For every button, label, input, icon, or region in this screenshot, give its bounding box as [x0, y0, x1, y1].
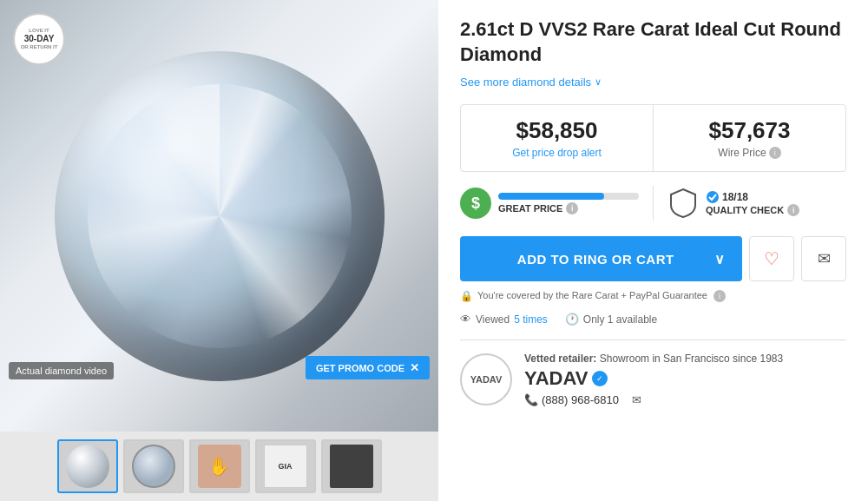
- thumbnail-4[interactable]: GIA: [255, 439, 316, 493]
- viewed-count-link[interactable]: 5 times: [514, 313, 548, 326]
- guarantee-row: 🔒 You're covered by the Rare Carat + Pay…: [460, 290, 846, 302]
- quality-score-row: 18/18: [706, 190, 799, 204]
- dollar-icon: $: [460, 188, 491, 219]
- add-to-cart-row: ADD TO RING OR CART ∨ ♡ ✉: [460, 236, 846, 281]
- vetted-checkmark-icon: ✓: [592, 371, 608, 386]
- great-price-info-icon[interactable]: i: [566, 202, 578, 214]
- badge-love-text: LOVE IT: [29, 28, 49, 34]
- quality-badges-row: $ GREAT PRICE i: [460, 186, 846, 221]
- retailer-info: Vetted retailer: Showroom in San Francis…: [524, 353, 846, 406]
- quality-info-icon[interactable]: i: [787, 204, 799, 216]
- thumbnail-5[interactable]: [321, 439, 382, 493]
- wire-price: $57,673: [667, 117, 832, 144]
- badge-divider: [653, 186, 654, 221]
- great-price-badge: $ GREAT PRICE i: [460, 188, 639, 219]
- checkmark-icon: [706, 190, 720, 204]
- promo-code-label: GET PROMO CODE: [316, 363, 404, 373]
- add-to-cart-label: ADD TO RING OR CART: [477, 252, 714, 267]
- price-bar-container: GREAT PRICE i: [498, 193, 639, 214]
- quality-check-badge: 18/18 QUALITY CHECK i: [667, 188, 846, 219]
- price-bar-track: [498, 193, 639, 200]
- viewed-label: Viewed: [476, 313, 510, 326]
- product-image-panel: LOVE IT 30-DAY OR RETURN IT Actual diamo…: [0, 0, 438, 501]
- thumbnail-1[interactable]: [57, 439, 118, 493]
- product-title: 2.61ct D VVS2 Rare Carat Ideal Cut Round…: [460, 17, 846, 67]
- product-details-panel: 2.61ct D VVS2 Rare Carat Ideal Cut Round…: [438, 0, 868, 501]
- price-drop-link[interactable]: Get price drop alert: [475, 147, 639, 159]
- thumb-circle-img: [66, 445, 109, 488]
- retailer-phone: (888) 968-6810: [542, 393, 619, 406]
- phone-icon: 📞: [524, 393, 538, 406]
- clock-icon: 🕐: [565, 313, 579, 326]
- diamond-visual: [55, 51, 385, 381]
- retailer-logo: YADAV: [460, 353, 512, 405]
- quality-info: 18/18 QUALITY CHECK i: [706, 190, 799, 216]
- actual-video-label: Actual diamond video: [9, 362, 114, 379]
- wire-price-info-icon[interactable]: i: [769, 147, 781, 159]
- svg-point-0: [707, 191, 719, 203]
- retailer-phone-link[interactable]: 📞 (888) 968-6810: [524, 393, 619, 406]
- email-icon: ✉: [818, 249, 831, 268]
- thumbnail-2[interactable]: [123, 439, 184, 493]
- eye-icon: 👁: [460, 313, 471, 326]
- promo-code-button[interactable]: GET PROMO CODE ✕: [306, 356, 430, 379]
- thumb-gia-img: GIA: [264, 445, 307, 488]
- thumb-box-img: [330, 445, 373, 488]
- price-section: $58,850 Get price drop alert $57,673 Wir…: [460, 104, 846, 172]
- diamond-image-container: LOVE IT 30-DAY OR RETURN IT Actual diamo…: [0, 0, 438, 432]
- wire-price-box: $57,673 Wire Price i: [654, 105, 845, 171]
- badge-days-text: 30-DAY: [24, 34, 55, 44]
- price-bar-fill: [498, 193, 604, 200]
- see-more-details-link[interactable]: See more diamond details ∨: [460, 76, 846, 89]
- retailer-name: YADAV: [524, 367, 588, 390]
- cart-dropdown-icon: ∨: [714, 251, 726, 267]
- main-price-box: $58,850 Get price drop alert: [461, 105, 654, 171]
- add-to-cart-button[interactable]: ADD TO RING OR CART ∨: [460, 236, 742, 281]
- lock-icon: 🔒: [460, 290, 473, 302]
- promo-close-icon: ✕: [410, 361, 419, 374]
- thumbnail-strip: ✋ GIA: [0, 432, 438, 501]
- email-button[interactable]: ✉: [801, 236, 846, 281]
- availability-item: 🕐 Only 1 available: [565, 313, 657, 326]
- thumbnail-3[interactable]: ✋: [189, 439, 250, 493]
- main-price: $58,850: [475, 117, 639, 144]
- vetted-desc: Showroom in San Francisco since 1983: [600, 353, 783, 365]
- views-availability-row: 👁 Viewed 5 times 🕐 Only 1 available: [460, 313, 846, 326]
- guarantee-label: You're covered by the Rare Carat + PayPa…: [477, 290, 726, 302]
- available-label: Only 1 available: [583, 313, 657, 326]
- quality-check-label: QUALITY CHECK i: [706, 204, 799, 216]
- 30-day-returns-badge: LOVE IT 30-DAY OR RETURN IT: [13, 13, 65, 65]
- badge-returns-text: OR RETURN IT: [21, 44, 58, 50]
- quality-score-value: 18/18: [722, 191, 748, 203]
- thumb-hand-img: ✋: [198, 445, 241, 488]
- retailer-name-row: YADAV ✓: [524, 367, 846, 390]
- retailer-contact: 📞 (888) 968-6810 ✉: [524, 393, 846, 406]
- guarantee-info-icon[interactable]: i: [713, 290, 726, 302]
- viewed-item: 👁 Viewed 5 times: [460, 313, 548, 326]
- vetted-label: Vetted retailer:: [524, 353, 596, 365]
- vetted-text: Vetted retailer: Showroom in San Francis…: [524, 353, 846, 365]
- shield-icon: [667, 188, 699, 219]
- heart-icon: ♡: [764, 248, 779, 269]
- wire-price-label: Wire Price i: [667, 147, 832, 159]
- chevron-down-icon: ∨: [595, 76, 602, 88]
- wishlist-button[interactable]: ♡: [749, 236, 794, 281]
- retailer-section: YADAV Vetted retailer: Showroom in San F…: [460, 339, 846, 419]
- see-more-label: See more diamond details: [460, 76, 591, 89]
- retailer-email-link[interactable]: ✉: [632, 393, 641, 406]
- great-price-label: GREAT PRICE i: [498, 202, 639, 214]
- thumb-pattern-img: [132, 445, 175, 488]
